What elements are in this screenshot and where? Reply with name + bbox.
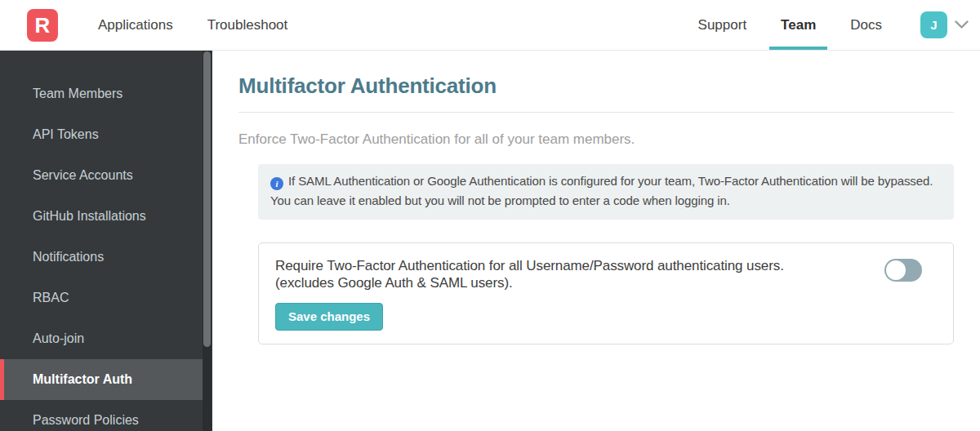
info-icon: i bbox=[270, 177, 283, 190]
nav-team[interactable]: Team bbox=[769, 0, 827, 50]
page: R Applications Troubleshoot Support Team… bbox=[0, 0, 980, 431]
toggle-knob[interactable] bbox=[886, 260, 906, 280]
nav-applications[interactable]: Applications bbox=[87, 0, 185, 50]
nav-support[interactable]: Support bbox=[687, 0, 759, 50]
setting-label-line2: (excludes Google Auth & SAML users). bbox=[275, 274, 860, 291]
require-2fa-toggle[interactable] bbox=[884, 259, 922, 282]
scrollbar-thumb[interactable] bbox=[203, 51, 211, 347]
sidebar-item-notifications[interactable]: Notifications bbox=[0, 237, 212, 278]
setting-label: Require Two-Factor Authentication for al… bbox=[275, 257, 860, 291]
page-title: Multifactor Authentication bbox=[238, 73, 954, 99]
sidebar-item-multifactor-auth[interactable]: Multifactor Auth bbox=[0, 359, 203, 400]
nav-docs[interactable]: Docs bbox=[839, 0, 893, 50]
info-note: iIf SAML Authentication or Google Authen… bbox=[258, 164, 954, 220]
body-row: Team Members API Tokens Service Accounts… bbox=[0, 51, 980, 431]
sidebar-menu: Team Members API Tokens Service Accounts… bbox=[0, 51, 212, 431]
mfa-setting-card: Require Two-Factor Authentication for al… bbox=[258, 242, 954, 344]
avatar-initial: J bbox=[930, 18, 937, 32]
chevron-down-icon[interactable] bbox=[955, 20, 969, 29]
sidebar-item-github-installations[interactable]: GitHub Installations bbox=[0, 196, 212, 237]
user-menu[interactable]: J bbox=[920, 0, 969, 50]
avatar[interactable]: J bbox=[920, 11, 947, 38]
sidebar-item-team-members[interactable]: Team Members bbox=[0, 73, 212, 114]
title-divider bbox=[238, 112, 954, 113]
sidebar-item-rbac[interactable]: RBAC bbox=[0, 278, 212, 318]
setting-label-line1: Require Two-Factor Authentication for al… bbox=[275, 257, 860, 274]
save-changes-button[interactable]: Save changes bbox=[275, 303, 383, 331]
app-logo[interactable]: R bbox=[27, 9, 58, 42]
intro-text: Enforce Two-Factor Authentication for al… bbox=[238, 131, 954, 148]
sidebar-item-api-tokens[interactable]: API Tokens bbox=[0, 114, 212, 155]
sidebar-item-auto-join[interactable]: Auto-join bbox=[0, 318, 212, 359]
sidebar-item-password-policies[interactable]: Password Policies bbox=[0, 400, 212, 431]
sidebar-item-service-accounts[interactable]: Service Accounts bbox=[0, 155, 212, 196]
sidebar-scrollbar[interactable] bbox=[203, 51, 212, 431]
primary-nav: Applications Troubleshoot bbox=[81, 0, 305, 50]
top-nav: R Applications Troubleshoot Support Team… bbox=[0, 0, 980, 51]
logo-letter: R bbox=[35, 13, 51, 38]
nav-troubleshoot[interactable]: Troubleshoot bbox=[196, 0, 300, 50]
info-text: If SAML Authentication or Google Authent… bbox=[270, 174, 933, 207]
secondary-nav: Support Team Docs J bbox=[681, 0, 969, 50]
main-content: Multifactor Authentication Enforce Two-F… bbox=[212, 51, 980, 431]
sidebar: Team Members API Tokens Service Accounts… bbox=[0, 51, 212, 431]
